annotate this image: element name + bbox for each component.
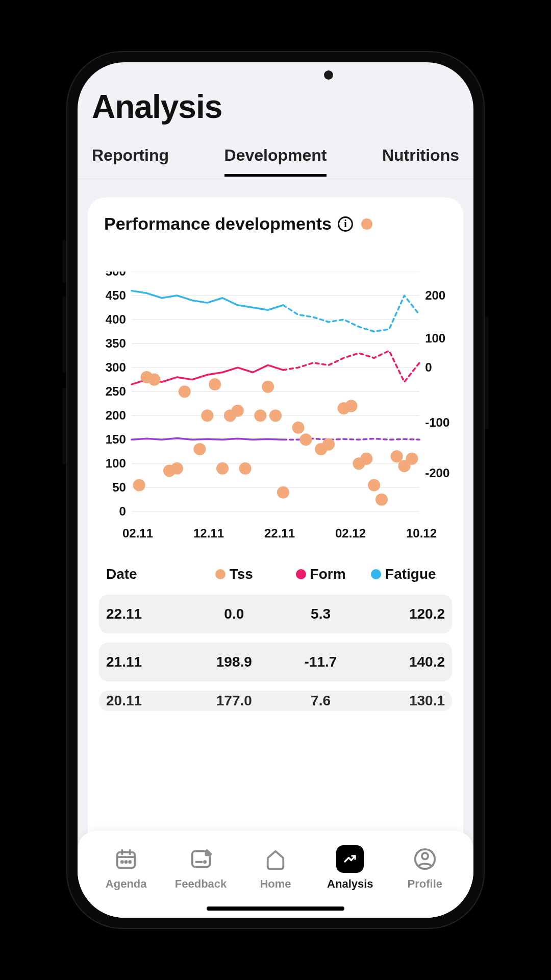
cell-fatigue: 130.1	[362, 693, 445, 709]
svg-text:250: 250	[106, 384, 126, 398]
svg-text:-200: -200	[425, 466, 449, 480]
svg-point-63	[129, 861, 131, 863]
nav-label: Feedback	[175, 877, 227, 891]
x-tick-label: 10.12	[406, 526, 437, 541]
svg-point-51	[360, 453, 372, 465]
svg-point-43	[277, 486, 289, 499]
table-row[interactable]: 20.11 177.0 7.6 130.1	[99, 691, 452, 711]
svg-point-27	[133, 479, 145, 492]
svg-point-62	[126, 861, 127, 863]
svg-point-39	[239, 462, 252, 475]
dot-icon	[215, 569, 226, 579]
dot-icon	[296, 569, 306, 579]
column-header-fatigue: Fatigue	[362, 566, 445, 582]
info-icon[interactable]: i	[338, 216, 353, 232]
svg-rect-57	[117, 852, 135, 868]
cell-tss: 198.9	[189, 654, 279, 670]
svg-point-44	[292, 422, 305, 434]
card-header: Performance developments i	[97, 214, 454, 234]
performance-card: Performance developments i 0501001502002…	[88, 198, 463, 918]
svg-point-52	[368, 479, 380, 492]
svg-text:0: 0	[119, 504, 126, 517]
x-tick-label: 22.11	[264, 526, 295, 541]
legend-dot-icon	[361, 218, 372, 230]
cell-tss: 0.0	[189, 606, 279, 622]
cell-form: 5.3	[279, 606, 362, 622]
cell-date: 20.11	[106, 693, 189, 709]
phone-side-button	[485, 316, 489, 429]
svg-point-45	[299, 433, 312, 446]
cell-form: -11.7	[279, 654, 362, 670]
svg-text:400: 400	[106, 312, 126, 326]
svg-point-54	[391, 450, 403, 462]
svg-text:200: 200	[425, 288, 445, 302]
phone-side-button	[62, 296, 66, 373]
column-header-tss: Tss	[189, 566, 279, 582]
home-icon	[261, 845, 290, 873]
svg-point-38	[232, 405, 244, 417]
svg-point-66	[204, 861, 206, 863]
cell-fatigue: 140.2	[362, 654, 445, 670]
cell-date: 22.11	[106, 606, 189, 622]
home-indicator[interactable]	[207, 906, 344, 911]
svg-point-53	[375, 494, 388, 506]
cell-form: 7.6	[279, 693, 362, 709]
svg-text:100: 100	[425, 331, 445, 345]
tab-reporting[interactable]: Reporting	[92, 146, 169, 177]
page-title: Analysis	[92, 88, 459, 126]
cell-fatigue: 120.2	[362, 606, 445, 622]
nav-agenda[interactable]: Agenda	[94, 845, 158, 891]
svg-point-35	[209, 378, 221, 390]
analysis-icon	[336, 845, 364, 873]
svg-point-32	[179, 385, 191, 398]
bottom-nav: Agenda Feedback Home An	[78, 831, 473, 918]
phone-frame: Analysis Reporting Development Nutrition…	[66, 51, 485, 929]
cell-tss: 177.0	[189, 693, 279, 709]
nav-label: Home	[260, 877, 291, 891]
cell-date: 21.11	[106, 654, 189, 670]
svg-text:150: 150	[106, 432, 126, 446]
column-header-date: Date	[106, 566, 189, 582]
phone-side-button	[62, 240, 66, 283]
column-header-form: Form	[279, 566, 362, 582]
nav-label: Profile	[408, 877, 442, 891]
svg-point-36	[216, 462, 229, 475]
svg-point-61	[121, 861, 123, 863]
table-row[interactable]: 22.11 0.0 5.3 120.2	[99, 595, 452, 633]
svg-text:500: 500	[106, 272, 126, 278]
table-row[interactable]: 21.11 198.9 -11.7 140.2	[99, 643, 452, 681]
x-axis-labels: 02.11 12.11 22.11 02.12 10.12	[97, 517, 454, 541]
svg-text:50: 50	[112, 480, 126, 494]
svg-text:0: 0	[425, 360, 432, 374]
svg-text:-100: -100	[425, 415, 449, 429]
nav-profile[interactable]: Profile	[393, 845, 457, 891]
svg-point-31	[171, 462, 183, 475]
content: Performance developments i 0501001502002…	[78, 177, 473, 918]
svg-point-69	[422, 853, 428, 859]
tabs: Reporting Development Nutritions	[78, 131, 473, 177]
svg-point-29	[148, 374, 160, 386]
chart[interactable]: 0501001502002503003504004505002001000-10…	[97, 272, 454, 541]
nav-home[interactable]: Home	[244, 845, 307, 891]
svg-point-42	[269, 409, 282, 422]
svg-text:450: 450	[106, 288, 126, 302]
chart-svg: 0501001502002503003504004505002001000-10…	[97, 272, 454, 517]
card-title: Performance developments	[104, 214, 332, 234]
nav-analysis[interactable]: Analysis	[318, 845, 382, 891]
nav-feedback[interactable]: Feedback	[169, 845, 233, 891]
dot-icon	[371, 569, 381, 579]
svg-point-47	[322, 438, 335, 451]
tab-nutritions[interactable]: Nutritions	[382, 146, 459, 177]
data-table: Date Tss Form Fatigue 22.11 0.0 5.3 120.…	[97, 566, 454, 711]
svg-point-34	[201, 409, 213, 422]
table-header: Date Tss Form Fatigue	[99, 566, 452, 582]
svg-text:100: 100	[106, 456, 126, 470]
feedback-icon	[187, 845, 215, 873]
header: Analysis	[78, 62, 473, 131]
nav-label: Agenda	[106, 877, 147, 891]
nav-label: Analysis	[327, 877, 373, 891]
svg-point-33	[193, 443, 206, 455]
tab-development[interactable]: Development	[224, 146, 327, 177]
svg-text:350: 350	[106, 336, 126, 350]
x-tick-label: 02.12	[335, 526, 366, 541]
